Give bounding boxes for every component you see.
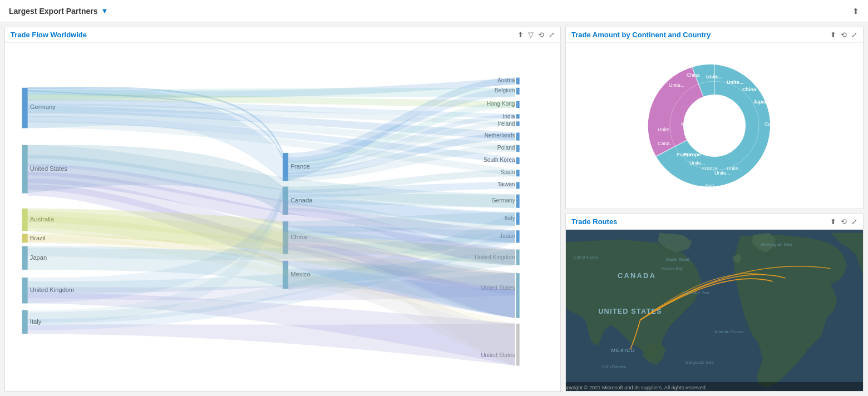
upload-icon[interactable]: ⬆ (517, 31, 524, 39)
app-title: Largest Export Partners ▼ (9, 7, 108, 16)
svg-text:Nort...: Nort... (706, 183, 718, 188)
svg-text:Unite...: Unite... (727, 80, 743, 85)
svg-text:⊕ bing  Copyright © 2021 Micro: ⊕ bing Copyright © 2021 Microsoft and it… (566, 385, 707, 390)
main-layout: Trade Flow Worldwide ⬆ ▽ ⟲ ⤢ Austria Bel… (0, 22, 868, 396)
svg-text:Labrador Sea: Labrador Sea (682, 290, 710, 295)
svg-text:Unite...: Unite... (767, 157, 783, 163)
reset-icon-2[interactable]: ⟲ (841, 31, 847, 39)
trade-flow-icons: ⬆ ▽ ⟲ ⤢ (517, 31, 555, 39)
svg-text:Gulf of Alaska: Gulf of Alaska (574, 255, 598, 259)
trade-routes-title: Trade Routes (571, 217, 617, 226)
svg-rect-8 (516, 114, 520, 118)
app-header: Largest Export Partners ▼ ⬆ (0, 0, 868, 22)
donut-chart: Unite... China Japan Unite... Unite... C… (566, 43, 863, 209)
svg-rect-32 (516, 324, 520, 366)
svg-rect-33 (22, 88, 28, 128)
svg-text:China: China (729, 187, 742, 192)
upload-icon-2[interactable]: ⬆ (830, 31, 836, 39)
svg-text:Unite...: Unite... (771, 143, 787, 149)
trade-routes-header: Trade Routes ⬆ ⟲ ⤢ (566, 214, 863, 230)
svg-rect-41 (22, 246, 28, 270)
svg-text:Europe: Europe (683, 152, 701, 157)
map-view: CANADA UNITED STATES MEXICO (566, 230, 863, 391)
svg-text:Unite...: Unite... (658, 127, 674, 132)
export-icon-header[interactable]: ⬆ (852, 7, 859, 16)
right-panel: Trade Amount by Continent and Country ⬆ … (565, 27, 864, 392)
svg-text:Cana...: Cana... (663, 187, 679, 192)
filter-icon[interactable]: ▼ (101, 7, 108, 15)
svg-text:China: China (687, 72, 700, 78)
svg-text:Cana...: Cana... (658, 141, 674, 146)
svg-text:MEXICO: MEXICO (611, 348, 635, 353)
svg-rect-39 (22, 234, 28, 242)
svg-text:CANADA: CANADA (618, 271, 656, 280)
svg-text:Norwegian Sea: Norwegian Sea (761, 242, 792, 247)
svg-rect-12 (516, 133, 520, 141)
svg-text:Hudson Bay: Hudson Bay (662, 266, 683, 271)
upload-icon-3[interactable]: ⬆ (830, 217, 836, 226)
svg-text:Ger...: Ger... (758, 170, 770, 176)
trade-amount-title: Trade Amount by Continent and Country (571, 31, 711, 39)
expand-icon-2[interactable]: ⤢ (851, 31, 857, 39)
reset-icon[interactable]: ⟲ (538, 31, 544, 39)
svg-rect-47 (283, 153, 288, 181)
trade-flow-header: Trade Flow Worldwide ⬆ ▽ ⟲ ⤢ (5, 27, 560, 43)
svg-rect-20 (516, 182, 520, 189)
expand-icon[interactable]: ⤢ (549, 31, 555, 39)
trade-amount-panel: Trade Amount by Continent and Country ⬆ … (565, 27, 864, 209)
sankey-chart: Austria Belgium Hong Kong India Ireland … (5, 43, 560, 391)
svg-text:Sargasso Sea: Sargasso Sea (685, 360, 714, 365)
trade-routes-panel: Trade Routes ⬆ ⟲ ⤢ (565, 214, 864, 392)
svg-text:Unite...: Unite... (727, 166, 743, 171)
svg-rect-10 (516, 121, 520, 126)
svg-rect-24 (516, 212, 520, 225)
svg-rect-18 (516, 170, 520, 176)
svg-text:Atlantic Ocean: Atlantic Ocean (714, 329, 744, 334)
svg-text:Unite...: Unite... (669, 82, 685, 88)
trade-routes-icons: ⬆ ⟲ ⤢ (830, 217, 857, 226)
svg-rect-45 (22, 310, 28, 334)
trade-amount-icons: ⬆ ⟲ ⤢ (830, 31, 857, 39)
svg-text:Unite...: Unite... (689, 160, 706, 166)
svg-rect-43 (22, 278, 28, 303)
svg-text:China: China (742, 87, 757, 92)
svg-text:Japan Unite...: Japan Unite... (753, 99, 786, 105)
svg-rect-22 (516, 195, 520, 208)
svg-rect-16 (516, 157, 520, 164)
svg-text:Davis Strait: Davis Strait (666, 257, 689, 262)
svg-rect-6 (516, 101, 520, 108)
svg-text:Japan: Japan (744, 180, 758, 186)
svg-text:Mexico: Mexico (681, 192, 697, 198)
svg-rect-28 (516, 250, 520, 265)
svg-rect-4 (516, 88, 520, 95)
svg-text:Gulf of Mexico: Gulf of Mexico (601, 365, 627, 369)
svg-text:Nort...: Nort... (701, 192, 714, 198)
svg-rect-14 (516, 145, 520, 152)
trade-amount-header: Trade Amount by Continent and Country ⬆ … (566, 27, 863, 43)
reset-icon-3[interactable]: ⟲ (841, 217, 847, 226)
trade-flow-panel: Trade Flow Worldwide ⬆ ▽ ⟲ ⤢ Austria Bel… (4, 27, 561, 392)
filter-icon[interactable]: ▽ (528, 31, 534, 39)
app-title-text: Largest Export Partners (9, 7, 98, 16)
svg-rect-2 (516, 78, 520, 85)
svg-rect-37 (22, 209, 28, 231)
svg-rect-35 (22, 145, 28, 194)
trade-flow-title: Trade Flow Worldwide (11, 31, 87, 39)
svg-text:Cana...: Cana... (765, 121, 781, 127)
svg-rect-30 (516, 273, 520, 318)
svg-rect-26 (516, 230, 520, 242)
expand-icon-3[interactable]: ⤢ (851, 217, 857, 226)
